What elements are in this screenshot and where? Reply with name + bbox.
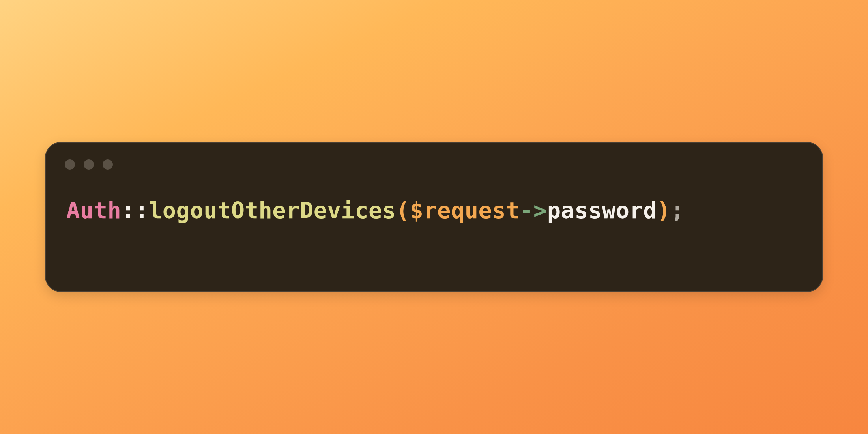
token-semicolon: ; xyxy=(671,197,685,223)
code-window: Auth::logoutOtherDevices($request->passw… xyxy=(45,142,823,292)
window-traffic-lights xyxy=(65,159,803,170)
token-paren-close: ) xyxy=(657,197,671,223)
token-variable: $request xyxy=(410,197,520,223)
token-class: Auth xyxy=(66,197,121,223)
token-scope-op: :: xyxy=(121,197,149,223)
minimize-icon[interactable] xyxy=(84,159,94,170)
token-paren-open: ( xyxy=(396,197,410,223)
code-line: Auth::logoutOtherDevices($request->passw… xyxy=(65,198,803,223)
token-arrow: -> xyxy=(520,197,547,223)
close-icon[interactable] xyxy=(65,159,75,170)
maximize-icon[interactable] xyxy=(103,159,113,170)
token-property: password xyxy=(547,197,657,223)
token-method: logoutOtherDevices xyxy=(149,197,396,223)
